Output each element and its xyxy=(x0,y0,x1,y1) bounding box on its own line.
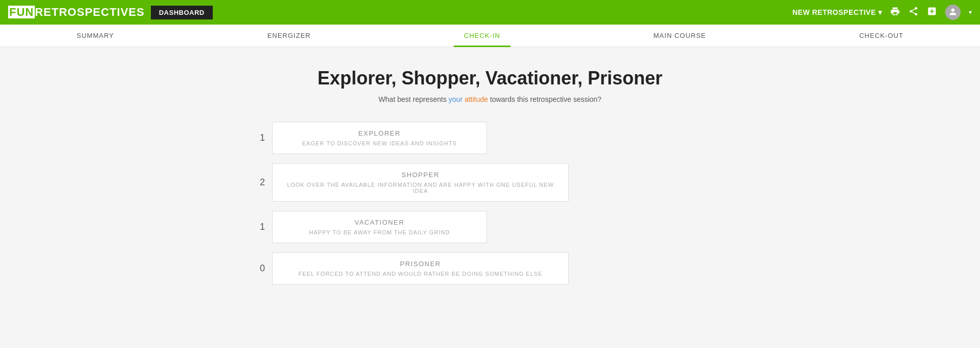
subtitle-attitude: attitude xyxy=(464,95,488,103)
logo: FUNRETROSPECTIVES xyxy=(8,6,145,19)
option-desc: HAPPY TO BE AWAY FROM THE DAILY GRIND xyxy=(283,229,476,235)
chevron-down-icon: ▾ xyxy=(878,8,882,16)
option-row: 0PRISONERFEEL FORCED TO ATTEND AND WOULD… xyxy=(244,252,736,285)
option-title: VACATIONER xyxy=(283,219,476,226)
share-button[interactable] xyxy=(908,6,919,19)
option-desc: LOOK OVER THE AVAILABLE INFORMATION AND … xyxy=(283,182,558,194)
subtitle-post: towards this retrospective session? xyxy=(488,95,602,103)
logo-area: FUNRETROSPECTIVES DASHBOARD xyxy=(8,6,213,19)
logo-rest: RETROSPECTIVES xyxy=(35,6,144,18)
chevron-down-icon: ▾ xyxy=(969,9,972,16)
options-container: 1EXPLOREREAGER TO DISCOVER NEW IDEAS AND… xyxy=(244,122,736,285)
nav-summary[interactable]: SUMMARY xyxy=(66,25,124,47)
nav-check-out[interactable]: CHECK-OUT xyxy=(849,25,914,47)
option-card-explorer[interactable]: EXPLOREREAGER TO DISCOVER NEW IDEAS AND … xyxy=(272,122,487,154)
option-card-prisoner[interactable]: PRISONERFEEL FORCED TO ATTEND AND WOULD … xyxy=(272,252,569,285)
user-icon xyxy=(949,8,957,17)
secondary-nav: SUMMARY ENERGIZER CHECK-IN MAIN COURSE C… xyxy=(0,25,980,47)
avatar[interactable] xyxy=(945,5,961,20)
subtitle-your: your xyxy=(449,95,462,103)
option-card-vacationer[interactable]: VACATIONERHAPPY TO BE AWAY FROM THE DAIL… xyxy=(272,211,487,243)
nav-main-course[interactable]: MAIN COURSE xyxy=(643,25,717,47)
page-title: Explorer, Shopper, Vacationer, Prisoner xyxy=(244,68,736,89)
top-nav: FUNRETROSPECTIVES DASHBOARD NEW RETROSPE… xyxy=(0,0,980,25)
page-subtitle: What best represents your attitude towar… xyxy=(244,95,736,103)
option-title: EXPLORER xyxy=(283,129,476,137)
option-count: 0 xyxy=(244,263,265,274)
share-icon xyxy=(908,6,919,19)
add-button[interactable] xyxy=(927,6,937,19)
option-row: 1EXPLOREREAGER TO DISCOVER NEW IDEAS AND… xyxy=(244,122,736,154)
option-title: SHOPPER xyxy=(283,171,558,179)
new-retrospective-button[interactable]: NEW RETROSPECTIVE ▾ xyxy=(792,8,882,16)
logo-fun: FUN xyxy=(8,6,35,18)
option-count: 1 xyxy=(244,222,265,232)
new-retro-label: NEW RETROSPECTIVE xyxy=(792,8,876,16)
option-desc: FEEL FORCED TO ATTEND AND WOULD RATHER B… xyxy=(283,271,558,277)
option-count: 2 xyxy=(244,177,265,188)
option-row: 2SHOPPERLOOK OVER THE AVAILABLE INFORMAT… xyxy=(244,163,736,202)
option-card-shopper[interactable]: SHOPPERLOOK OVER THE AVAILABLE INFORMATI… xyxy=(272,163,569,202)
main-content: Explorer, Shopper, Vacationer, Prisoner … xyxy=(234,47,746,314)
user-menu-chevron[interactable]: ▾ xyxy=(969,9,972,16)
top-right-actions: NEW RETROSPECTIVE ▾ ▾ xyxy=(792,5,972,20)
option-row: 1VACATIONERHAPPY TO BE AWAY FROM THE DAI… xyxy=(244,211,736,243)
print-button[interactable] xyxy=(890,6,900,19)
subtitle-pre: What best represents xyxy=(378,95,449,103)
add-icon xyxy=(927,6,937,19)
option-count: 1 xyxy=(244,133,265,143)
option-title: PRISONER xyxy=(283,260,558,268)
print-icon xyxy=(890,6,900,19)
nav-energizer[interactable]: ENERGIZER xyxy=(257,25,321,47)
option-desc: EAGER TO DISCOVER NEW IDEAS AND INSIGHTS xyxy=(283,140,476,146)
dashboard-button[interactable]: DASHBOARD xyxy=(151,6,213,19)
nav-check-in[interactable]: CHECK-IN xyxy=(454,25,510,47)
